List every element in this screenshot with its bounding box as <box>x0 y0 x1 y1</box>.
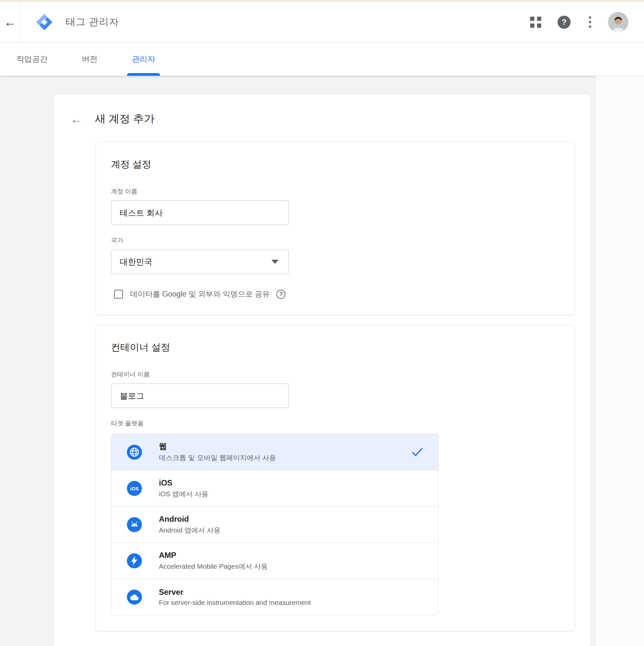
tab-bar: 작업공간 버전 관리자 <box>0 42 644 76</box>
platform-title: iOS <box>159 478 208 488</box>
gtm-logo <box>35 13 53 31</box>
page-title-row: ← 새 계정 추가 <box>54 112 575 126</box>
platform-title: AMP <box>159 551 268 560</box>
target-platform-label: 타겟 플랫폼 <box>111 419 559 428</box>
share-data-label: 데이터를 Google 및 외부와 익명으로 공유 <box>130 289 270 299</box>
container-settings-section: 컨테이너 설정 컨테이너 이름 타겟 플랫폼 웹 데스크톱 및 모바일 웹페이 <box>96 325 575 631</box>
back-arrow-icon: ← <box>4 15 16 29</box>
platform-row-ios[interactable]: iOS iOS iOS 앱에서 사용 <box>111 470 438 506</box>
gtm-diamond-icon <box>35 13 53 31</box>
container-name-input[interactable] <box>111 384 289 408</box>
amp-icon <box>127 553 142 568</box>
page-back-button[interactable]: ← <box>70 113 83 125</box>
platform-title: Server <box>159 587 311 597</box>
avatar[interactable] <box>608 12 628 32</box>
server-cloud-icon <box>127 589 142 605</box>
overflow-menu-icon[interactable] <box>587 15 593 29</box>
selected-check-icon <box>412 448 423 456</box>
platform-description: 데스크톱 및 모바일 웹페이지에서 사용 <box>159 453 276 462</box>
tab-workspace[interactable]: 작업공간 <box>11 42 52 76</box>
platform-description: Android 앱에서 사용 <box>159 526 221 535</box>
platform-row-web[interactable]: 웹 데스크톱 및 모바일 웹페이지에서 사용 <box>111 434 438 470</box>
avatar-image <box>608 12 628 32</box>
country-label: 국가 <box>111 236 559 245</box>
share-data-row: 데이터를 Google 및 외부와 익명으로 공유 ? <box>111 289 559 299</box>
tab-versions[interactable]: 버전 <box>77 42 102 76</box>
app-header: ← 태그 관리자 ? <box>0 2 644 42</box>
country-select[interactable]: 대한민국 <box>111 249 289 274</box>
svg-text:iOS: iOS <box>130 486 139 491</box>
platform-description: iOS 앱에서 사용 <box>159 490 208 499</box>
tab-admin[interactable]: 관리자 <box>127 42 160 76</box>
platform-description: For server-side instrumentation and meas… <box>159 599 311 607</box>
share-data-checkbox[interactable] <box>114 290 123 299</box>
new-account-card: ← 새 계정 추가 계정 설정 계정 이름 국가 대한민국 데이터를 Googl… <box>54 95 591 646</box>
platform-description: Accelerated Mobile Pages에서 사용 <box>159 562 268 571</box>
platform-list: 웹 데스크톱 및 모바일 웹페이지에서 사용 iOS <box>111 434 438 615</box>
share-help-icon[interactable]: ? <box>276 290 286 299</box>
container-settings-heading: 컨테이너 설정 <box>111 341 559 354</box>
android-icon <box>127 517 142 532</box>
platform-title: Android <box>159 515 221 524</box>
apps-grid-icon[interactable] <box>530 17 541 28</box>
header-actions: ? <box>530 12 644 32</box>
globe-icon <box>127 445 142 460</box>
platform-title: 웹 <box>159 442 276 451</box>
platform-row-android[interactable]: Android Android 앱에서 사용 <box>111 506 438 543</box>
ios-icon: iOS <box>127 481 142 496</box>
header-divider <box>20 2 20 42</box>
help-icon[interactable]: ? <box>557 16 570 29</box>
platform-row-amp[interactable]: AMP Accelerated Mobile Pages에서 사용 <box>111 543 438 579</box>
content-area: ← 새 계정 추가 계정 설정 계정 이름 국가 대한민국 데이터를 Googl… <box>0 76 644 646</box>
country-selected-value: 대한민국 <box>120 256 152 267</box>
account-settings-heading: 계정 설정 <box>111 158 559 171</box>
container-name-label: 컨테이너 이름 <box>111 370 559 379</box>
back-arrow-icon: ← <box>70 112 83 126</box>
account-name-label: 계정 이름 <box>111 187 559 196</box>
platform-row-server[interactable]: Server For server-side instrumentation a… <box>111 579 438 615</box>
account-name-input[interactable] <box>111 200 289 225</box>
chevron-down-icon <box>272 260 279 264</box>
header-back-button[interactable]: ← <box>0 2 20 42</box>
app-title: 태그 관리자 <box>66 15 119 29</box>
account-settings-section: 계정 설정 계정 이름 국가 대한민국 데이터를 Google 및 외부와 익명… <box>96 142 575 315</box>
page-title: 새 계정 추가 <box>95 112 154 126</box>
